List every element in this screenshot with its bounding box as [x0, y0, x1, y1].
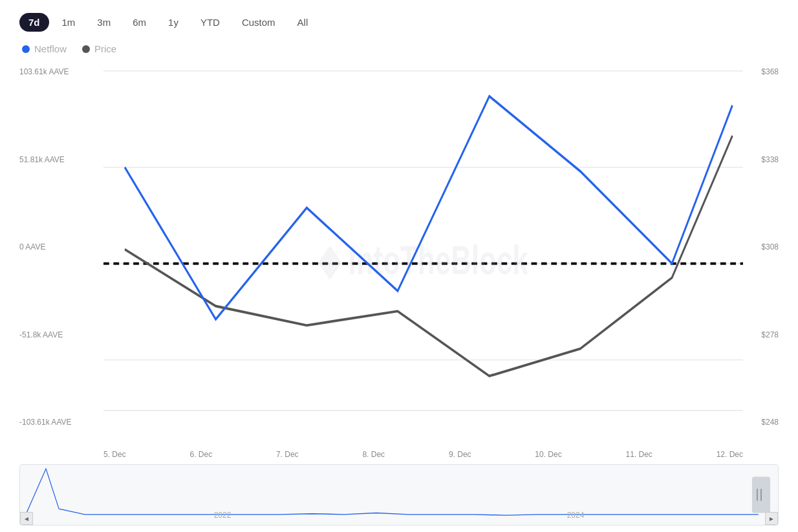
- y-axis-left: 103.61k AAVE51.81k AAVE0 AAVE-51.8k AAVE…: [19, 61, 103, 446]
- y-axis-right-label: $248: [749, 418, 779, 427]
- svg-text:◈ IntoTheBlock: ◈ IntoTheBlock: [318, 238, 528, 282]
- y-axis-right: $368$338$308$278$248: [743, 61, 779, 446]
- x-axis-label: 5. Dec: [103, 450, 126, 459]
- time-btn-custom[interactable]: Custom: [233, 13, 285, 32]
- y-axis-right-label: $338: [749, 155, 779, 164]
- y-axis-left-label: 51.81k AAVE: [19, 155, 97, 164]
- price-dot: [82, 45, 90, 53]
- scroll-left-button[interactable]: ◄: [20, 512, 33, 525]
- time-btn-3m[interactable]: 3m: [88, 13, 120, 32]
- x-axis-label: 6. Dec: [189, 450, 212, 459]
- chart-svg-container: ◈ IntoTheBlock: [103, 61, 743, 446]
- x-axis-label: 9. Dec: [449, 450, 471, 459]
- time-btn-6m[interactable]: 6m: [124, 13, 155, 32]
- y-axis-right-label: $308: [749, 242, 779, 251]
- chart-main: 103.61k AAVE51.81k AAVE0 AAVE-51.8k AAVE…: [19, 61, 779, 526]
- time-btn-all[interactable]: All: [288, 13, 318, 32]
- y-axis-left-label: -103.61k AAVE: [19, 418, 97, 427]
- x-axis-label: 12. Dec: [717, 450, 743, 459]
- x-axis-label: 7. Dec: [276, 450, 299, 459]
- y-axis-right-label: $278: [749, 330, 779, 339]
- x-axis-label: 11. Dec: [625, 450, 652, 459]
- time-btn-7d[interactable]: 7d: [19, 13, 49, 32]
- time-range-toolbar: 7d1m3m6m1yYTDCustomAll: [19, 13, 779, 32]
- time-btn-1m[interactable]: 1m: [53, 13, 85, 32]
- x-axis-label: 10. Dec: [535, 450, 561, 459]
- netflow-dot: [22, 45, 30, 53]
- y-axis-left-label: -51.8k AAVE: [19, 330, 97, 339]
- legend-netflow: Netflow: [22, 43, 67, 54]
- y-axis-left-label: 0 AAVE: [19, 242, 97, 251]
- main-container: 7d1m3m6m1yYTDCustomAll Netflow Price 103…: [0, 0, 798, 532]
- chart-with-axes: 103.61k AAVE51.81k AAVE0 AAVE-51.8k AAVE…: [19, 61, 779, 446]
- y-axis-left-label: 103.61k AAVE: [19, 67, 97, 76]
- scroll-right-button[interactable]: ►: [765, 512, 778, 525]
- legend-price: Price: [82, 43, 116, 54]
- price-label: Price: [94, 43, 116, 54]
- year-2024-label: 2024: [567, 511, 585, 520]
- time-btn-1y[interactable]: 1y: [159, 13, 188, 32]
- chart-legend: Netflow Price: [19, 43, 779, 54]
- scroll-left-icon: ◄: [23, 515, 30, 522]
- x-axis-label: 8. Dec: [362, 450, 385, 459]
- mini-year-labels: 2022 2024: [20, 511, 778, 520]
- y-axis-right-label: $368: [749, 67, 779, 76]
- main-chart-svg: ◈ IntoTheBlock: [103, 61, 743, 446]
- scroll-right-icon: ►: [768, 515, 775, 522]
- mini-chart: 2022 2024 ◄ ►: [19, 464, 779, 526]
- x-axis: 5. Dec6. Dec7. Dec8. Dec9. Dec10. Dec11.…: [103, 446, 743, 462]
- year-2022-label: 2022: [214, 511, 232, 520]
- netflow-label: Netflow: [34, 43, 67, 54]
- time-btn-ytd[interactable]: YTD: [191, 13, 229, 32]
